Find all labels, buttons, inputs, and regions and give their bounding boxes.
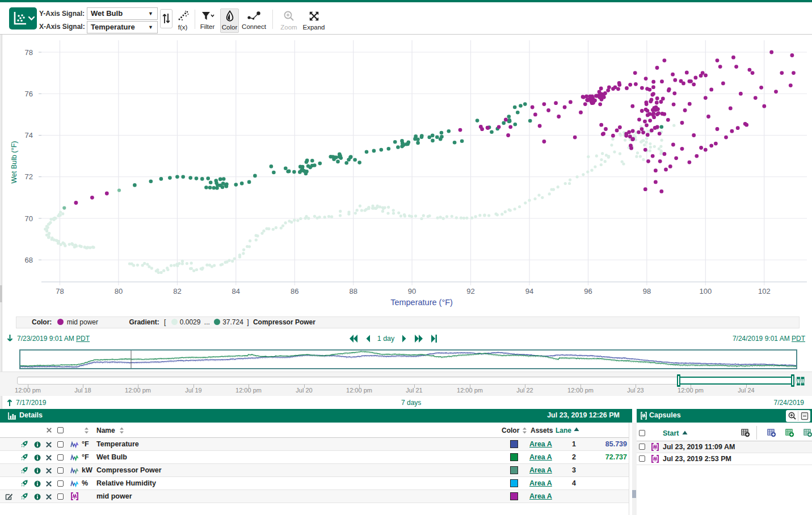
svg-text:92: 92: [466, 287, 474, 296]
svg-text:86: 86: [291, 287, 298, 296]
svg-text:76: 76: [25, 90, 33, 98]
svg-text:88: 88: [349, 287, 357, 296]
svg-text:90: 90: [408, 287, 416, 296]
svg-text:82: 82: [173, 287, 181, 296]
svg-text:Temperature (°F): Temperature (°F): [390, 298, 453, 307]
svg-text:70: 70: [25, 214, 33, 223]
svg-text:78: 78: [56, 287, 64, 296]
svg-text:96: 96: [584, 287, 592, 296]
svg-text:98: 98: [643, 287, 651, 296]
svg-text:74: 74: [25, 131, 33, 140]
svg-text:78: 78: [25, 48, 33, 57]
svg-text:Wet Bulb (°F): Wet Bulb (°F): [10, 141, 18, 184]
svg-text:80: 80: [115, 287, 123, 296]
svg-text:1 day: 1 day: [377, 335, 395, 343]
svg-text:84: 84: [232, 287, 240, 296]
svg-text:100: 100: [699, 287, 712, 296]
svg-text:72: 72: [25, 172, 33, 181]
svg-text:102: 102: [758, 287, 771, 296]
svg-text:68: 68: [25, 256, 33, 264]
svg-text:94: 94: [525, 287, 533, 296]
